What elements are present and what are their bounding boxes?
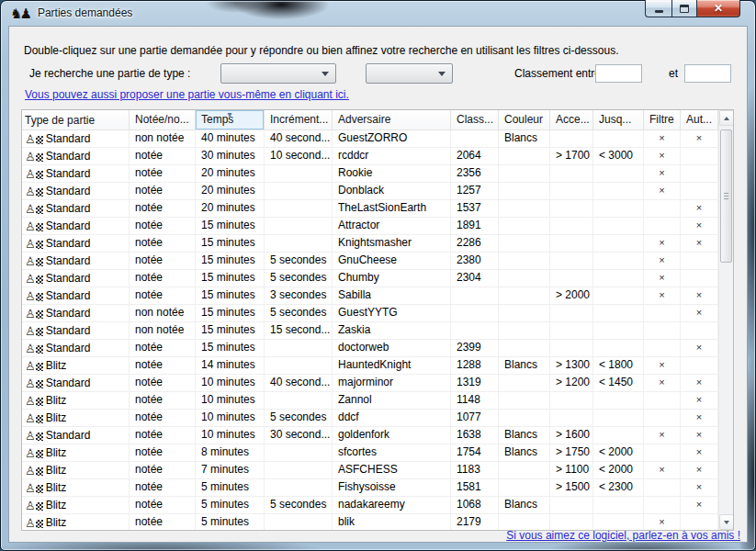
cell-type: ♙Standard (22, 287, 130, 305)
cell-type-text: Standard (46, 271, 91, 287)
and-label: et (669, 67, 678, 80)
cell-type: ♙Blitz (22, 479, 130, 497)
chessboard-icon (36, 310, 43, 319)
column-header-label: Incrément... (270, 113, 328, 126)
cell-above (550, 340, 593, 357)
cell-color (499, 462, 550, 479)
cell-type-text: Standard (46, 376, 91, 391)
cell-inc: 5 secondes (265, 270, 333, 287)
maximize-button[interactable] (671, 0, 697, 17)
cell-adv: Sabilla (333, 287, 451, 305)
scroll-up-button[interactable] (719, 110, 734, 126)
table-row[interactable]: ♙Standardnotée15 minutes3 secondesSabill… (22, 287, 718, 305)
secondary-select[interactable] (366, 63, 453, 84)
cell-type: ♙Standard (22, 375, 130, 392)
cell-rating: 2356 (451, 165, 499, 183)
cell-above (550, 514, 593, 530)
column-header-inc[interactable]: Incrément... (265, 110, 333, 129)
column-header-auto[interactable]: Aut... (681, 110, 718, 129)
cell-rated: non notée (130, 130, 196, 148)
cell-color (499, 183, 550, 200)
cell-time: 14 minutes (196, 357, 265, 375)
cell-above: > 1750 (550, 444, 593, 462)
cell-rated: notée (130, 462, 196, 479)
cell-inc (265, 183, 333, 200)
cell-filter: × (644, 148, 681, 165)
cell-above (550, 253, 593, 270)
table-row[interactable]: ♙Standardnon notée15 minutes5 secondesGu… (22, 305, 718, 322)
table-row[interactable]: ♙Standardnotée10 minutes40 second...majo… (22, 375, 718, 392)
table-row[interactable]: ♙Blitznotée8 minutessfcortes1754Blancs> … (22, 444, 718, 462)
table-header: Type de partieNotée/no...▾TempsIncrément… (22, 110, 718, 130)
table-row[interactable]: ♙Blitznotée7 minutesASFCHESS1183> 1100< … (22, 462, 718, 479)
table-row[interactable]: ♙Standardnotée20 minutesTheLastSionEarth… (22, 200, 718, 218)
app-chess-pieces-icon: ♞♟ (10, 6, 29, 20)
column-header-above[interactable]: Acce... (550, 110, 593, 129)
scrollbar-thumb[interactable] (720, 129, 732, 263)
column-header-time[interactable]: ▾Temps (196, 110, 265, 129)
table-row[interactable]: ♙Standardnotée10 minutes30 second...gold… (22, 427, 718, 444)
column-header-color[interactable]: Couleur (499, 110, 550, 129)
chessboard-icon (36, 188, 43, 197)
cell-type: ♙Standard (22, 253, 130, 270)
cell-rated: non notée (130, 322, 196, 340)
table-row[interactable]: ♙Standardnon notée40 minutes40 second...… (22, 130, 718, 148)
table-row[interactable]: ♙Blitznotée5 minutesblik2179× (22, 514, 718, 530)
table-row[interactable]: ♙Blitznotée10 minutesZannol1148× (22, 392, 718, 410)
cell-auto: × (681, 375, 718, 392)
table-row[interactable]: ♙Standardnotée20 minutesRookie2356× (22, 165, 718, 183)
scroll-down-button[interactable] (719, 514, 734, 530)
column-header-label: Class... (457, 113, 493, 126)
table-row[interactable]: ♙Blitznotée10 minutes5 secondesddcf1077× (22, 410, 718, 427)
cell-adv: ASFCHESS (333, 462, 451, 479)
rating-min-input[interactable] (595, 64, 642, 83)
cell-color: Blancs (499, 427, 550, 444)
cell-filter (644, 444, 681, 462)
cell-auto: × (681, 235, 718, 253)
share-software-link[interactable]: Si vous aimez ce logiciel, parlez-en à v… (506, 529, 740, 542)
chess-pawn-icon: ♙ (25, 447, 36, 459)
chessboard-icon (36, 223, 43, 231)
cell-type: ♙Blitz (22, 444, 130, 462)
cell-above (550, 392, 593, 410)
table-row[interactable]: ♙Standardnotée15 minutesAttractor1891× (22, 218, 718, 235)
cell-inc: 5 secondes (265, 497, 333, 514)
chessboard-icon (36, 276, 43, 284)
cell-time: 15 minutes (196, 305, 265, 322)
cell-rating: 2064 (451, 148, 499, 165)
table-row[interactable]: ♙Standardnotée15 minutesKnightsmasher228… (22, 235, 718, 253)
table-row[interactable]: ♙Blitznotée14 minutesHauntedKnight1288Bl… (22, 357, 718, 375)
table-row[interactable]: ♙Standardnotée15 minutes5 secondesGnuChe… (22, 253, 718, 270)
table-row[interactable]: ♙Standardnotée15 minutes5 secondesChumby… (22, 270, 718, 287)
column-header-adv[interactable]: Adversaire (333, 110, 451, 129)
propose-game-link[interactable]: Vous pouvez aussi proposer une partie vo… (25, 88, 349, 101)
cell-filter (644, 479, 681, 497)
table-row[interactable]: ♙Blitznotée5 minutesFishysoisse1581> 150… (22, 479, 718, 497)
cell-adv: doctorweb (333, 340, 451, 357)
column-header-below[interactable]: Jusq... (593, 110, 644, 129)
game-type-select[interactable] (220, 63, 336, 84)
column-header-filter[interactable]: Filtre (644, 110, 681, 129)
column-header-rated[interactable]: Notée/no... (130, 110, 196, 129)
table-row[interactable]: ♙Standardnotée15 minutesdoctorweb2399× (22, 340, 718, 357)
cell-type: ♙Standard (22, 165, 130, 183)
cell-rated: notée (130, 218, 196, 235)
table-row[interactable]: ♙Standardnotée30 minutes10 second...rcdd… (22, 148, 718, 165)
cell-filter: × (644, 183, 681, 200)
column-header-type[interactable]: Type de partie (22, 110, 130, 129)
column-header-rating[interactable]: Class... (451, 110, 499, 129)
cell-adv: sfcortes (333, 444, 451, 462)
titlebar[interactable]: ♞♟ Parties demandées (0, 0, 756, 26)
rating-max-input[interactable] (684, 64, 731, 83)
minimize-button[interactable] (645, 0, 671, 17)
arrow-up-icon (724, 117, 729, 120)
close-button[interactable]: ✕ (697, 0, 740, 17)
cell-filter: × (644, 235, 681, 253)
cell-type-text: Standard (46, 131, 91, 147)
cell-time: 15 minutes (196, 235, 265, 253)
table-row[interactable]: ♙Blitznotée5 minutes5 secondesnadakareem… (22, 497, 718, 514)
table-row[interactable]: ♙Standardnotée20 minutesDonblack1257× (22, 183, 718, 200)
vertical-scrollbar[interactable] (718, 110, 733, 530)
cell-rated: notée (130, 410, 196, 427)
table-row[interactable]: ♙Standardnon notée15 minutes15 second...… (22, 322, 718, 340)
